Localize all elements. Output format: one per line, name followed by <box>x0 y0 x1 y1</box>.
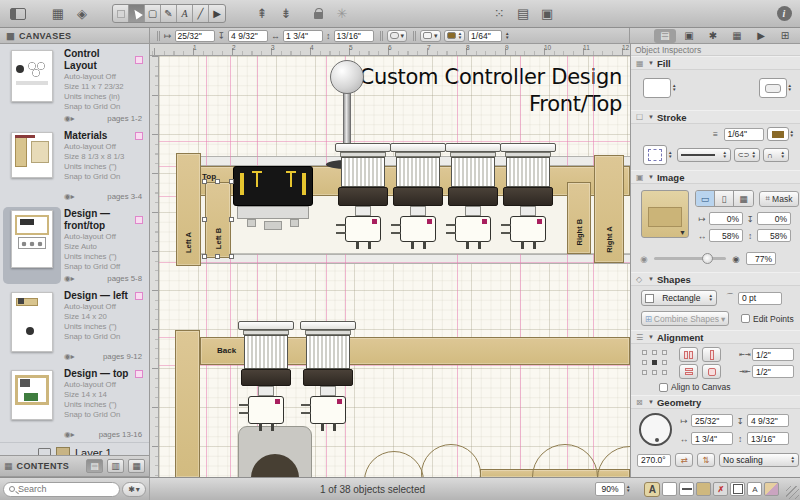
align-horizontal-button[interactable] <box>679 347 698 362</box>
canvas-color-tag[interactable] <box>135 292 143 300</box>
canvas-title[interactable]: Custom Controller Design Front/Top <box>360 64 622 119</box>
search-input[interactable] <box>18 484 114 494</box>
stroke-width-field[interactable]: 1/64" <box>468 30 502 42</box>
view-grid-button[interactable]: ▦ <box>128 459 145 473</box>
tool-action[interactable]: ▶ <box>209 5 225 22</box>
stroke-section-header[interactable]: ☐ ▼ Stroke <box>631 110 800 124</box>
opacity-slider-knob[interactable] <box>702 253 713 264</box>
wood-post-left-b-selected[interactable]: Left B <box>205 182 231 258</box>
geometry-y-field[interactable]: 4 9/32" <box>747 414 789 427</box>
canvas-thumbnail-cell[interactable] <box>3 47 61 124</box>
rotation-dial[interactable] <box>639 413 672 446</box>
bring-forward-button[interactable]: ⇞ <box>250 4 274 24</box>
arcade-button-front[interactable] <box>448 143 498 253</box>
canvas-item[interactable]: Design — front/top Auto-layout OffSize A… <box>0 204 149 286</box>
canvas-color-tag[interactable] <box>135 216 143 224</box>
corner-radius-field[interactable]: 0 pt <box>738 292 782 305</box>
geometry-w-field[interactable]: 1 3/4" <box>691 432 733 445</box>
x-position-field[interactable]: 25/32" <box>175 30 215 42</box>
vertical-ruler[interactable] <box>150 56 159 477</box>
tab-presentation-inspector[interactable]: ▶ <box>750 29 772 43</box>
flip-horizontal-button[interactable]: ⇄ <box>675 453 693 467</box>
stroke-width-stepper[interactable]: ▲▼ <box>505 32 509 40</box>
image-offset-x-field[interactable]: 0% <box>709 212 743 225</box>
guide-line-vertical[interactable] <box>567 56 568 477</box>
button-hole-circle[interactable] <box>364 451 424 477</box>
zoom-stepper[interactable]: ▲▼ <box>626 485 630 493</box>
canvas-item[interactable]: Design — top Auto-layout OffSize 14 x 14… <box>0 364 149 442</box>
scaling-dropdown[interactable]: No scaling ▲▼ <box>719 453 799 467</box>
selection-handle[interactable] <box>229 179 234 184</box>
canvas-thumbnail-cell[interactable] <box>3 207 61 284</box>
zoom-level-field[interactable]: 90% <box>595 482 625 496</box>
canvas-item[interactable]: Materials Auto-layout OffSize 8 1/3 x 8 … <box>0 126 149 204</box>
arcade-button-top[interactable] <box>303 321 353 439</box>
canvas-visibility-icon[interactable]: ◉▸ <box>64 114 75 123</box>
image-section-header[interactable]: ▣ ▼ Image <box>631 170 800 184</box>
tab-document-inspector[interactable]: ▦ <box>726 29 748 43</box>
combine-shapes-button[interactable]: ⊞ Combine Shapes▾ <box>641 311 729 326</box>
height-field[interactable]: 13/16" <box>334 30 374 42</box>
tool-shape[interactable]: ▢ <box>145 5 161 22</box>
canvas-visibility-icon[interactable]: ◉▸ <box>64 430 75 439</box>
tab-grid-inspector[interactable]: ⊞ <box>774 29 796 43</box>
guide-line-vertical[interactable] <box>230 56 231 477</box>
stroke-color-dropdown[interactable]: ▲▼ <box>767 127 794 141</box>
opacity-slider[interactable] <box>654 257 726 260</box>
canvas-color-tag[interactable] <box>135 132 143 140</box>
joystick-ball[interactable] <box>330 60 364 94</box>
arcade-button-top[interactable] <box>241 321 291 439</box>
shapes-section-header[interactable]: ◇ ▼ Shapes <box>631 272 800 286</box>
tool-selection[interactable] <box>129 5 145 22</box>
guide-line-vertical[interactable] <box>206 56 207 477</box>
guide-line-horizontal[interactable] <box>159 141 630 142</box>
joystick-base[interactable] <box>233 166 313 206</box>
canvas-size-button[interactable]: ▣ <box>535 4 559 24</box>
canvas-color-tag[interactable] <box>135 370 143 378</box>
edit-points-checkbox[interactable]: Edit Points <box>741 314 794 324</box>
fill-section-header[interactable]: ▦ ▼ Fill <box>631 56 800 70</box>
shape-picker-dropdown[interactable]: Rectangle ▲▼ <box>641 290 717 306</box>
horizontal-ruler[interactable]: 123456789101112 <box>150 44 630 56</box>
lock-button[interactable] <box>306 4 330 24</box>
rotation-field[interactable]: 270.0° <box>637 454 671 467</box>
inspect-button[interactable]: i <box>772 4 796 24</box>
guide-line-horizontal[interactable] <box>159 365 630 366</box>
canvas-thumbnail-cell[interactable] <box>3 129 61 202</box>
selection-handle[interactable] <box>229 254 234 259</box>
style-swatch-no-shadow[interactable]: ✗ <box>713 482 728 496</box>
align-center-h-button[interactable] <box>702 347 721 362</box>
geometry-x-field[interactable]: 25/32" <box>691 414 733 427</box>
alignment-anchor-grid[interactable] <box>641 349 669 377</box>
line-ends-dropdown[interactable]: ⊂⊃▲▼ <box>734 148 760 162</box>
layer-visibility-icon[interactable] <box>38 448 51 455</box>
arcade-button-front[interactable] <box>338 143 388 253</box>
selection-handle[interactable] <box>215 179 220 184</box>
fill-effect-dropdown[interactable]: ▲▼ <box>759 78 792 98</box>
geometry-section-header[interactable]: ⊠ ▼ Geometry <box>631 395 800 409</box>
tool-pen[interactable]: ✎ <box>161 5 177 22</box>
button-hole-circle[interactable] <box>597 446 630 477</box>
style-swatch-text[interactable]: A <box>747 482 762 496</box>
window-resize-grip[interactable] <box>786 486 799 499</box>
image-offset-y-field[interactable]: 0% <box>757 212 791 225</box>
guide-line-vertical[interactable] <box>593 56 594 477</box>
canvas-list-button[interactable]: ▦ <box>46 4 70 24</box>
align-to-canvas-checkbox[interactable]: Align to Canvas <box>659 382 731 392</box>
view-compact-button[interactable]: ▥ <box>107 459 124 473</box>
selection-handle[interactable] <box>202 217 207 222</box>
image-scale-y-field[interactable]: 58% <box>757 229 791 242</box>
image-natural-size-button[interactable]: ▭ <box>696 191 715 206</box>
fill-type-dropdown[interactable]: ▲▼ <box>643 78 676 98</box>
h-spacing-field[interactable]: 1/2" <box>752 348 794 361</box>
button-hole-circle[interactable] <box>421 444 481 477</box>
search-options-button[interactable]: ✱▾ <box>122 482 146 497</box>
image-stretch-button[interactable]: ▯ <box>715 191 734 206</box>
image-opacity-field[interactable]: 77% <box>746 252 776 265</box>
style-swatch-fill-tan[interactable] <box>696 482 711 496</box>
tab-properties-inspector[interactable]: ▣ <box>678 29 700 43</box>
wood-post-right-b[interactable]: Right B <box>567 182 591 254</box>
style-swatch-fill-white[interactable] <box>662 482 677 496</box>
canvas-visibility-icon[interactable]: ◉▸ <box>64 192 75 201</box>
style-swatch-stroke[interactable] <box>679 482 694 496</box>
